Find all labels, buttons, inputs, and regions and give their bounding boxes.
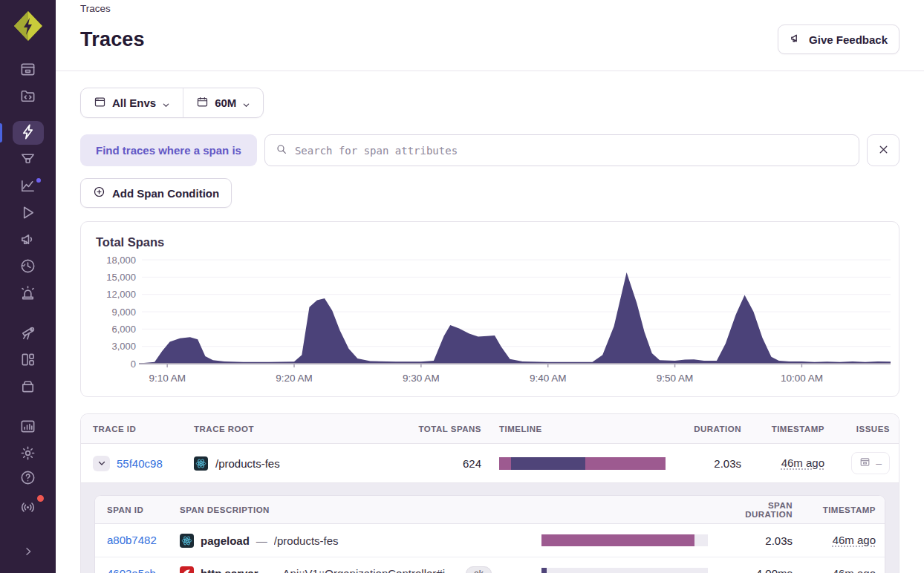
funnel-icon: [19, 151, 36, 171]
give-feedback-button[interactable]: Give Feedback: [778, 24, 899, 54]
span-op: pageload: [201, 534, 250, 547]
add-span-condition-button[interactable]: Add Span Condition: [80, 178, 232, 208]
sidebar-item-crons[interactable]: [13, 256, 44, 279]
span-status-badge: ok: [466, 566, 492, 573]
traces-table: TRACE ID TRACE ROOT TOTAL SPANS TIMELINE…: [80, 413, 899, 573]
chevron-down-icon: [242, 99, 250, 107]
query-builder: Find traces where a span is: [80, 134, 899, 166]
trace-root-name: /products-fes: [215, 457, 280, 470]
add-span-condition-label: Add Span Condition: [112, 187, 219, 200]
svg-text:0: 0: [131, 358, 136, 370]
play-icon: [19, 204, 36, 224]
query-builder-label: Find traces where a span is: [80, 134, 257, 166]
chart-line-icon: [19, 177, 36, 197]
span-duration-fill: [541, 568, 547, 573]
filter-bar: All Envs 60M: [80, 88, 264, 118]
svg-text:9:30 AM: 9:30 AM: [403, 373, 440, 384]
sidebar-item-performance[interactable]: [13, 176, 44, 199]
span-timestamp[interactable]: 46m ago: [833, 534, 876, 546]
col-trace-root: TRACE ROOT: [185, 425, 405, 433]
svg-text:15,000: 15,000: [106, 272, 136, 283]
col-duration: DURATION: [680, 425, 750, 433]
trace-id-link[interactable]: 55f40c98: [117, 457, 163, 470]
page-header: Traces Traces Give Feedback: [56, 0, 924, 71]
trace-issues-button[interactable]: –: [851, 452, 890, 474]
sidebar-item-projects[interactable]: [13, 86, 44, 109]
sidebar: [0, 0, 56, 573]
environment-selector[interactable]: All Envs: [81, 88, 183, 117]
close-icon: [877, 143, 890, 158]
sidebar-item-help[interactable]: [13, 466, 44, 491]
inbox-icon: [19, 61, 36, 81]
span-duration-fill: [541, 534, 694, 546]
trace-timestamp[interactable]: 46m ago: [781, 456, 824, 469]
sidebar-item-dashboards[interactable]: [13, 350, 44, 373]
sidebar-item-feedback[interactable]: [13, 229, 44, 252]
clock-history-icon: [19, 258, 36, 278]
col-span-id: SPAN ID: [95, 505, 171, 514]
react-platform-icon: [194, 456, 208, 471]
span-search-input[interactable]: [295, 145, 848, 157]
span-id-link[interactable]: a80b7482: [107, 534, 157, 546]
chevron-down-icon: [162, 99, 170, 107]
sidebar-item-insights[interactable]: [13, 149, 44, 172]
sidebar-item-traces[interactable]: [13, 121, 44, 145]
sidebar-item-releases[interactable]: [13, 376, 44, 399]
lightning-icon: [19, 123, 36, 143]
inbox-icon: [859, 456, 871, 470]
span-timestamp[interactable]: 46m ago: [833, 567, 876, 573]
trace-spans-section: SPAN ID SPAN DESCRIPTION SPAN DURATION T…: [81, 482, 899, 573]
sidebar-item-whats-new[interactable]: [13, 496, 44, 521]
chevron-down-icon: [97, 459, 106, 468]
sentry-logo[interactable]: [11, 9, 45, 43]
siren-icon: [19, 284, 36, 304]
col-span-description: SPAN DESCRIPTION: [171, 505, 533, 514]
calendar-icon: [196, 96, 209, 111]
code-folder-icon: [19, 88, 36, 108]
svg-text:10:00 AM: 10:00 AM: [781, 373, 823, 384]
breadcrumb[interactable]: Traces: [80, 3, 899, 14]
active-item-indicator: [0, 123, 2, 143]
span-duration-bar: [541, 568, 708, 573]
environment-value: All Envs: [112, 96, 156, 109]
svg-text:9:50 AM: 9:50 AM: [657, 373, 694, 384]
search-icon: [276, 143, 287, 158]
sidebar-item-settings[interactable]: [13, 443, 44, 466]
archive-box-icon: [19, 378, 36, 398]
span-row: 4603e5cb http.server — Api::V1::Organiza…: [95, 557, 885, 573]
separator: —: [265, 567, 276, 573]
sidebar-item-discover[interactable]: [13, 323, 44, 346]
span-duration: 4.00ms: [712, 567, 801, 573]
ruby-platform-icon: [180, 566, 194, 573]
chart-title: Total Spans: [96, 235, 893, 249]
trace-timeline-bar[interactable]: [499, 457, 666, 470]
clear-search-button[interactable]: [867, 134, 899, 166]
svg-text:9:10 AM: 9:10 AM: [149, 373, 186, 384]
col-total-spans: TOTAL SPANS: [405, 425, 490, 433]
total-spans-chart[interactable]: 03,0006,0009,00012,00015,00018,0009:10 A…: [94, 249, 895, 389]
span-duration-bar: [541, 534, 708, 546]
sidebar-collapse-button[interactable]: [13, 540, 44, 566]
bar-chart-icon: [19, 418, 36, 438]
layout-icon: [19, 351, 36, 371]
sidebar-item-alerts[interactable]: [13, 283, 44, 306]
table-row: 55f40c98 /products-fes 624 2.03s 46m ago: [81, 444, 899, 482]
total-spans-panel: Total Spans 03,0006,0009,00012,00015,000…: [80, 221, 899, 397]
collapse-trace-button[interactable]: [93, 456, 110, 471]
trace-duration: 2.03s: [680, 457, 750, 470]
new-feature-badge: [35, 177, 42, 184]
help-icon: [19, 469, 36, 489]
plus-circle-icon: [93, 186, 105, 200]
sidebar-item-replays[interactable]: [13, 203, 44, 226]
col-timestamp: TIMESTAMP: [750, 425, 833, 433]
sidebar-item-issues[interactable]: [13, 59, 44, 82]
sidebar-item-stats[interactable]: [13, 416, 44, 439]
svg-text:12,000: 12,000: [106, 289, 136, 300]
span-id-link[interactable]: 4603e5cb: [107, 567, 156, 573]
spans-table: SPAN ID SPAN DESCRIPTION SPAN DURATION T…: [94, 495, 885, 573]
time-range-selector[interactable]: 60M: [183, 88, 263, 117]
window-icon: [94, 96, 106, 111]
span-search-box[interactable]: [264, 134, 859, 166]
svg-text:9:20 AM: 9:20 AM: [276, 373, 313, 384]
page-title: Traces: [80, 28, 145, 51]
